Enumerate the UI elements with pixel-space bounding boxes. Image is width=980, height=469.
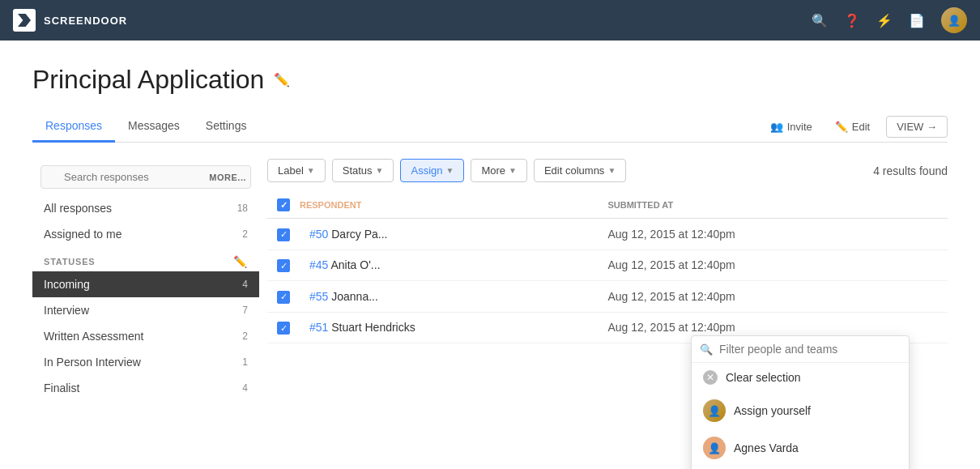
row-checkbox-0[interactable]: ✓	[277, 228, 290, 241]
table-body: ✓ #50 Darcy Pa... Aug 12, 2015 at 12:40p…	[267, 219, 948, 343]
sidebar-item-all-responses[interactable]: All responses 18	[32, 195, 259, 221]
tabs-left: Responses Messages Settings	[32, 111, 259, 142]
select-all-checkbox[interactable]: ✓	[277, 198, 290, 211]
more-btn-text: More	[481, 164, 505, 177]
agnes-varda-label: Agnes Varda	[734, 441, 799, 454]
response-name-1: Anita O'...	[330, 258, 380, 271]
response-link-3[interactable]: #51	[309, 321, 328, 334]
response-link-0[interactable]: #50	[309, 228, 328, 241]
invite-button[interactable]: 👥 Invite	[764, 117, 819, 136]
edit-title-button[interactable]: ✏️	[274, 72, 290, 87]
document-icon[interactable]: 📄	[909, 13, 925, 28]
results-count: 4 results found	[873, 164, 948, 177]
agnes-varda-avatar: 👤	[703, 437, 726, 459]
response-link-1[interactable]: #45	[309, 258, 328, 271]
col-header-respondent: RESPONDENT	[300, 192, 598, 219]
tabs-right: 👥 Invite ✏️ Edit VIEW →	[764, 116, 948, 138]
search-icon[interactable]: 🔍	[812, 13, 828, 28]
top-nav: SCREENDOOR 🔍 ❓ ⚡ 📄 👤	[0, 0, 980, 41]
assign-btn-text: Assign	[411, 164, 442, 177]
clear-selection-icon: ✕	[703, 370, 718, 385]
page-content: Principal Application ✏️ Responses Messa…	[0, 41, 980, 441]
sidebar-item-interview[interactable]: Interview 7	[32, 297, 259, 323]
assign-button[interactable]: Assign ▼	[400, 159, 464, 182]
status-btn-text: Status	[343, 164, 373, 177]
incoming-label: Incoming	[44, 278, 90, 291]
row-checkbox-2[interactable]: ✓	[277, 291, 290, 304]
dropdown-search-input[interactable]	[719, 343, 901, 356]
table-header: ✓ RESPONDENT SUBMITTED AT	[267, 192, 948, 219]
label-btn-text: Label	[278, 164, 304, 177]
toolbar: Label ▼ Status ▼ Assign ▼ More ▼	[267, 159, 948, 182]
finalist-label: Finalist	[44, 382, 79, 394]
invite-icon: 👥	[770, 121, 783, 133]
assigned-to-me-label: Assigned to me	[44, 228, 122, 241]
sidebar-item-in-person-interview[interactable]: In Person Interview 1	[32, 349, 259, 375]
edit-columns-caret-icon: ▼	[607, 166, 616, 175]
status-caret-icon: ▼	[376, 166, 384, 175]
edit-button[interactable]: ✏️ Edit	[829, 117, 876, 136]
sidebar-item-written-assessment[interactable]: Written Assessment 2	[32, 323, 259, 349]
assign-dropdown: 🔍 ✕ Clear selection 👤 Assign yourself	[691, 335, 910, 469]
view-button[interactable]: VIEW →	[886, 116, 948, 138]
sidebar-item-assigned-to-me[interactable]: Assigned to me 2	[32, 221, 259, 247]
assign-yourself-label: Assign yourself	[734, 404, 811, 417]
response-date-2: Aug 12, 2015 at 12:40pm	[598, 281, 948, 313]
sidebar-search-wrap: MORE...	[32, 159, 259, 195]
more-caret-icon: ▼	[509, 166, 517, 175]
help-icon[interactable]: ❓	[844, 13, 860, 28]
response-name-3: Stuart Hendricks	[331, 321, 415, 334]
lightning-icon[interactable]: ⚡	[876, 13, 893, 28]
all-responses-label: All responses	[44, 202, 112, 215]
response-link-2[interactable]: #55	[309, 290, 328, 303]
written-assessment-count: 2	[242, 330, 248, 342]
response-table: ✓ RESPONDENT SUBMITTED AT ✓ #50 Darcy Pa…	[267, 192, 948, 343]
clear-selection-label: Clear selection	[726, 371, 801, 384]
dropdown-search-wrap: 🔍	[692, 336, 909, 363]
row-checkbox-1[interactable]: ✓	[277, 259, 290, 272]
pencil-icon: ✏️	[835, 121, 848, 133]
app-title: SCREENDOOR	[44, 15, 127, 27]
table-row: ✓ #55 Joanna... Aug 12, 2015 at 12:40pm	[267, 281, 948, 313]
label-caret-icon: ▼	[307, 166, 315, 175]
assigned-to-me-count: 2	[242, 228, 248, 240]
page-title: Principal Application	[32, 65, 264, 95]
search-more-button[interactable]: MORE...	[209, 173, 246, 182]
tab-settings[interactable]: Settings	[193, 111, 260, 143]
row-checkbox-3[interactable]: ✓	[277, 322, 290, 335]
sidebar-item-incoming[interactable]: Incoming 4	[32, 271, 259, 297]
response-date-1: Aug 12, 2015 at 12:40pm	[598, 249, 948, 281]
main-panel: Label ▼ Status ▼ Assign ▼ More ▼	[259, 159, 948, 417]
nav-left: SCREENDOOR	[13, 9, 127, 32]
tab-messages[interactable]: Messages	[115, 111, 193, 143]
edit-columns-button[interactable]: Edit columns ▼	[534, 159, 626, 182]
sidebar: MORE... All responses 18 Assigned to me …	[32, 159, 259, 417]
avatar[interactable]: 👤	[941, 7, 967, 33]
sidebar-item-finalist[interactable]: Finalist 4	[32, 375, 259, 401]
layout: MORE... All responses 18 Assigned to me …	[32, 159, 948, 417]
logo[interactable]	[13, 9, 36, 32]
incoming-count: 4	[242, 279, 248, 290]
status-button[interactable]: Status ▼	[332, 159, 394, 182]
response-name-0: Darcy Pa...	[331, 228, 387, 241]
tabs-bar: Responses Messages Settings 👥 Invite ✏️ …	[32, 111, 948, 143]
in-person-interview-count: 1	[242, 356, 248, 368]
tab-responses[interactable]: Responses	[32, 111, 115, 143]
agnes-varda-item[interactable]: 👤 Agnes Varda	[692, 429, 909, 467]
page-header: Principal Application ✏️	[32, 65, 948, 95]
more-button[interactable]: More ▼	[471, 159, 527, 182]
clear-selection-item[interactable]: ✕ Clear selection	[692, 363, 909, 392]
search-wrap: MORE...	[40, 165, 251, 189]
all-responses-count: 18	[237, 203, 248, 214]
label-button[interactable]: Label ▼	[267, 159, 326, 182]
response-date-0: Aug 12, 2015 at 12:40pm	[598, 219, 948, 250]
finalist-count: 4	[242, 382, 248, 394]
nav-right: 🔍 ❓ ⚡ 📄 👤	[812, 7, 967, 33]
dropdown-search-icon: 🔍	[700, 343, 713, 356]
interview-label: Interview	[44, 304, 89, 317]
assign-yourself-item[interactable]: 👤 Assign yourself	[692, 392, 909, 429]
in-person-interview-label: In Person Interview	[44, 356, 141, 369]
response-name-2: Joanna...	[331, 290, 378, 303]
statuses-edit-icon[interactable]: ✏️	[233, 255, 248, 268]
statuses-section-header: STATUSES ✏️	[32, 247, 259, 271]
